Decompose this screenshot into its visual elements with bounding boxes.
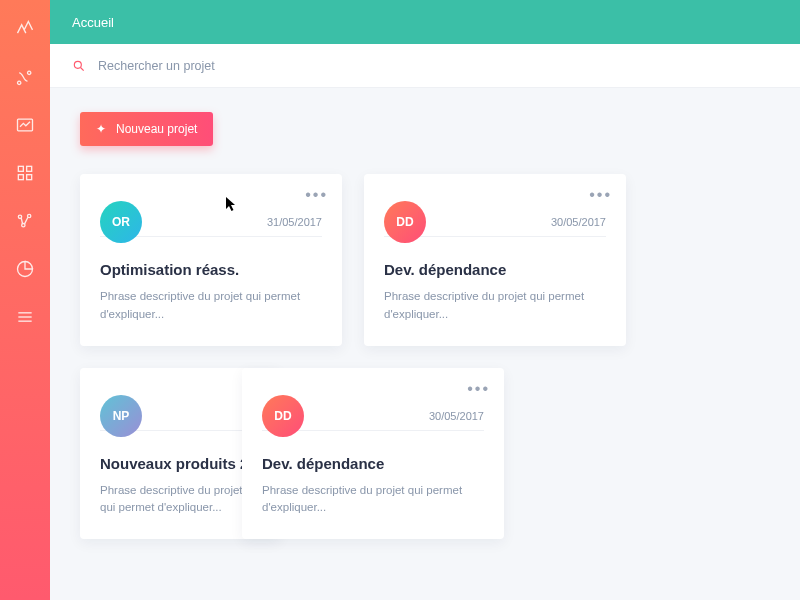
svg-point-5 [18, 215, 21, 218]
sidebar [0, 0, 50, 600]
logo-icon[interactable] [14, 18, 36, 40]
avatar-initials: DD [274, 409, 291, 423]
grid-icon[interactable] [14, 162, 36, 184]
project-date: 31/05/2017 [267, 190, 322, 236]
chart-icon[interactable] [14, 114, 36, 136]
svg-point-6 [28, 214, 31, 217]
svg-rect-4 [27, 175, 32, 180]
avatar: OR [100, 201, 142, 243]
list-icon[interactable] [14, 306, 36, 328]
project-desc: Phrase descriptive du projet qui permet … [384, 288, 606, 324]
project-date: 30/05/2017 [429, 384, 484, 430]
main-panel: Accueil ✦ Nouveau projet ••• OR [50, 0, 800, 600]
flow-icon[interactable] [14, 66, 36, 88]
svg-line-12 [81, 67, 84, 70]
project-grid: ••• OR 31/05/2017 Optimisation réass. Ph… [80, 174, 776, 539]
search-icon [72, 59, 86, 73]
svg-rect-3 [18, 175, 23, 180]
project-title: Nouveaux produits 20 [100, 455, 260, 472]
search-input[interactable] [98, 59, 778, 73]
project-date: 30/05/2017 [551, 190, 606, 236]
avatar: NP [100, 395, 142, 437]
avatar: DD [384, 201, 426, 243]
svg-point-7 [22, 224, 25, 227]
svg-rect-1 [18, 166, 23, 171]
project-card[interactable]: ••• OR 31/05/2017 Optimisation réass. Ph… [80, 174, 342, 346]
project-desc: Phrase descriptive du projet qui permet … [262, 482, 484, 518]
svg-point-11 [74, 61, 81, 68]
avatar-initials: OR [112, 215, 130, 229]
graph-icon[interactable] [14, 210, 36, 232]
project-desc: Phrase descriptive du projet qui permet … [100, 288, 322, 324]
svg-rect-2 [27, 166, 32, 171]
new-project-label: Nouveau projet [116, 122, 197, 136]
topbar: Accueil [50, 0, 800, 44]
project-title: Dev. dépendance [262, 455, 484, 472]
project-card[interactable]: ••• DD 30/05/2017 Dev. dépendance Phrase… [364, 174, 626, 346]
avatar: DD [262, 395, 304, 437]
plus-icon: ✦ [96, 123, 106, 135]
avatar-initials: NP [113, 409, 130, 423]
searchbar [50, 44, 800, 88]
pie-icon[interactable] [14, 258, 36, 280]
avatar-initials: DD [396, 215, 413, 229]
project-desc: Phrase descriptive du projet qui permet … [100, 482, 260, 518]
content-area: ✦ Nouveau projet ••• OR 31/05/2017 Optim… [50, 88, 800, 600]
project-title: Optimisation réass. [100, 261, 322, 278]
project-title: Dev. dépendance [384, 261, 606, 278]
page-title: Accueil [72, 15, 114, 30]
new-project-button[interactable]: ✦ Nouveau projet [80, 112, 213, 146]
project-card[interactable]: ••• DD 30/05/2017 Dev. dépendance Phrase… [242, 368, 504, 540]
